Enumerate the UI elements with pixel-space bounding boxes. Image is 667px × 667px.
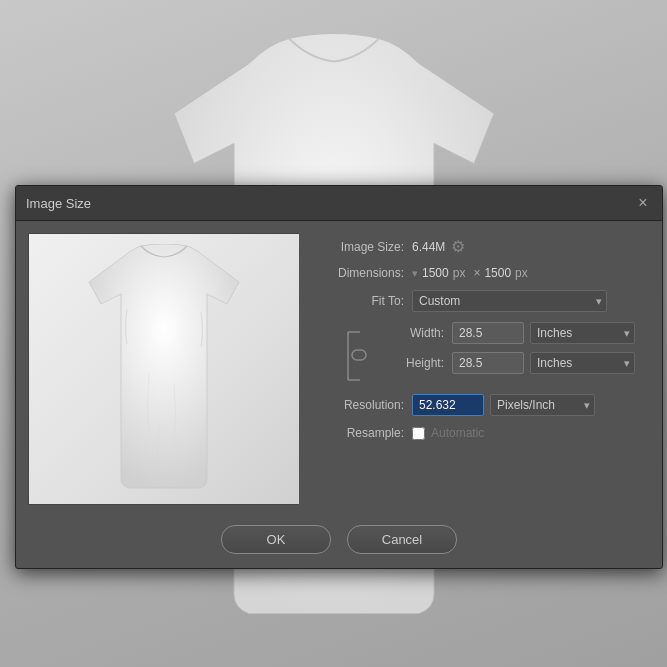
gear-icon[interactable]: ⚙ [451,237,465,256]
preview-tshirt-svg [59,244,269,494]
resolution-row: Resolution: Pixels/Inch Pixels/Centimete… [314,394,650,416]
dimensions-height: 1500 [484,266,511,280]
dimensions-width: 1500 [422,266,449,280]
fit-to-row: Fit To: Custom Original Size Screen Prin… [314,290,650,312]
dialog-title: Image Size [26,196,91,211]
width-label: Width: [374,326,444,340]
wh-fields: Width: Inches Centimeters Pixels [374,322,635,390]
width-row: Width: Inches Centimeters Pixels [374,322,635,344]
cancel-button[interactable]: Cancel [347,525,457,554]
resolution-unit-wrapper: Pixels/Inch Pixels/Centimeter [490,394,595,416]
fit-to-select[interactable]: Custom Original Size Screen Print Size [412,290,607,312]
fit-to-label: Fit To: [314,294,404,308]
dimensions-label: Dimensions: [314,266,404,280]
height-label: Height: [374,356,444,370]
close-button[interactable]: × [634,194,652,212]
chain-area [314,322,374,390]
dialog-overlay: Image Size × [0,0,667,667]
height-row: Height: Inches Centimeters Pixels [374,352,635,374]
svg-rect-2 [352,350,366,360]
preview-canvas [29,234,299,504]
fit-to-wrapper: Custom Original Size Screen Print Size [412,290,607,312]
image-size-row: Image Size: 6.44M ⚙ [314,237,650,256]
height-unit-wrapper: Inches Centimeters Pixels [530,352,635,374]
height-input[interactable] [452,352,524,374]
dialog-titlebar: Image Size × [16,186,662,221]
resolution-unit-select[interactable]: Pixels/Inch Pixels/Centimeter [490,394,595,416]
preview-panel [28,233,298,505]
dimensions-unit-1: px [453,266,466,280]
image-size-label: Image Size: [314,240,404,254]
resample-label: Resample: [314,426,404,440]
image-size-dialog: Image Size × [15,185,663,569]
dimensions-unit-2: px [515,266,528,280]
width-unit-select[interactable]: Inches Centimeters Pixels [530,322,635,344]
settings-panel: Image Size: 6.44M ⚙ Dimensions: ▾ 1500 p… [314,233,650,505]
dimensions-arrow: ▾ [412,267,418,280]
resample-value: Automatic [431,426,484,440]
dialog-body: Image Size: 6.44M ⚙ Dimensions: ▾ 1500 p… [16,221,662,517]
width-unit-wrapper: Inches Centimeters Pixels [530,322,635,344]
resolution-label: Resolution: [314,398,404,412]
resolution-input[interactable] [412,394,484,416]
height-unit-select[interactable]: Inches Centimeters Pixels [530,352,635,374]
dimensions-row: Dimensions: ▾ 1500 px × 1500 px [314,266,650,280]
dimensions-x: × [473,266,480,280]
wh-chain-container: Width: Inches Centimeters Pixels [314,322,650,390]
ok-button[interactable]: OK [221,525,331,554]
link-chain-icon [346,322,368,390]
resample-checkbox[interactable] [412,427,425,440]
dialog-footer: OK Cancel [16,517,662,568]
image-size-value: 6.44M [412,240,445,254]
width-input[interactable] [452,322,524,344]
resample-row: Resample: Automatic [314,426,650,440]
